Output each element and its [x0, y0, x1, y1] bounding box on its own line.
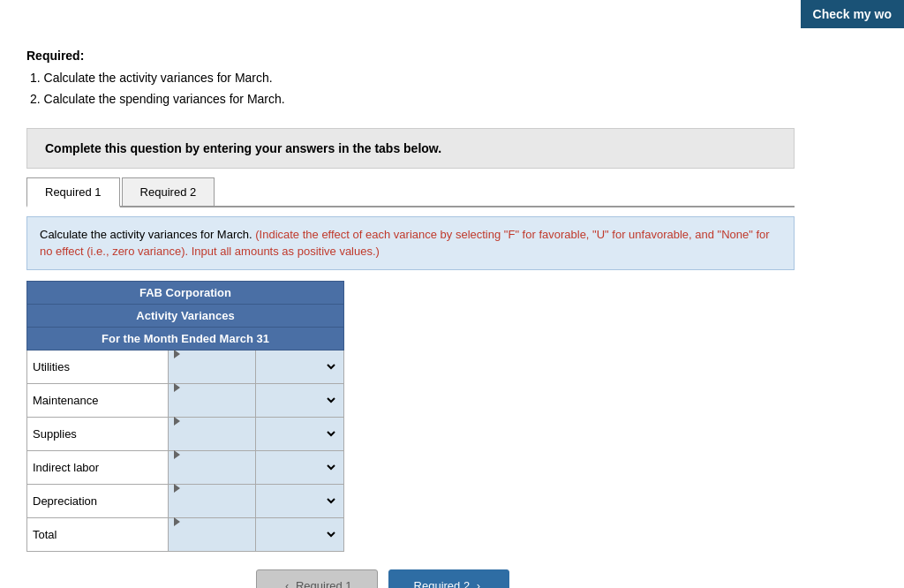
arrow-icon — [174, 350, 180, 358]
input-maintenance-value[interactable] — [174, 393, 251, 420]
table-row: Maintenance F U None — [27, 383, 344, 417]
instruction-box: Complete this question by entering your … — [26, 128, 795, 169]
row-label-supplies: Supplies — [27, 417, 169, 450]
table-row: Utilities F U None — [27, 350, 344, 383]
table-wrapper: FAB Corporation Activity Variances For t… — [26, 281, 344, 552]
prev-button-label: Required 1 — [296, 579, 352, 588]
arrow-icon — [174, 517, 180, 526]
row-select-supplies[interactable]: F U None — [256, 417, 344, 450]
row-select-depreciation[interactable]: F U None — [256, 484, 344, 517]
row-input-total[interactable] — [168, 517, 256, 551]
select-depreciation-effect[interactable]: F U None — [261, 494, 338, 508]
input-indirect-labor-value[interactable] — [174, 460, 251, 487]
table-title-3: For the Month Ended March 31 — [27, 327, 344, 350]
next-button[interactable]: Required 2 › — [388, 569, 510, 588]
input-supplies-value[interactable] — [174, 426, 251, 454]
nav-buttons: ‹ Required 1 Required 2 › — [26, 569, 878, 588]
table-title-1: FAB Corporation — [27, 281, 344, 304]
table-row: Indirect labor F U None — [27, 450, 344, 484]
arrow-icon — [174, 383, 180, 392]
chevron-right-icon: › — [477, 579, 480, 588]
row-label-depreciation: Depreciation — [27, 484, 169, 517]
select-maintenance-effect[interactable]: F U None — [261, 393, 338, 407]
instruction-text: Complete this question by entering your … — [45, 141, 441, 155]
table-row: Depreciation F U None — [27, 484, 344, 517]
row-select-indirect-labor[interactable]: F U None — [256, 450, 344, 484]
arrow-icon — [174, 450, 180, 459]
fab-table: FAB Corporation Activity Variances For t… — [26, 281, 344, 552]
row-input-maintenance[interactable] — [168, 383, 256, 417]
required-item-1: 1. Calculate the activity variances for … — [30, 68, 878, 89]
table-header-row-1: FAB Corporation — [27, 281, 344, 304]
arrow-icon — [174, 417, 180, 426]
row-label-utilities: Utilities — [27, 350, 169, 383]
tabs-container: Required 1 Required 2 — [26, 177, 795, 207]
table-row: Total F U None — [27, 517, 344, 551]
check-my-work-label: Check my wo — [813, 7, 892, 21]
select-indirect-labor-effect[interactable]: F U None — [261, 460, 338, 474]
tab-required-2[interactable]: Required 2 — [122, 177, 215, 206]
required-list: 1. Calculate the activity variances for … — [30, 68, 878, 110]
next-button-label: Required 2 — [414, 579, 471, 588]
info-box: Calculate the activity variances for Mar… — [26, 216, 795, 270]
row-label-total: Total — [27, 517, 169, 551]
select-total-effect[interactable]: F U None — [261, 527, 338, 541]
row-label-indirect-labor: Indirect labor — [27, 450, 169, 484]
table-header-row-2: Activity Variances — [27, 304, 344, 327]
row-input-indirect-labor[interactable] — [168, 450, 256, 484]
row-select-total[interactable]: F U None — [256, 517, 344, 551]
chevron-left-icon: ‹ — [285, 579, 289, 588]
table-header-row-3: For the Month Ended March 31 — [27, 327, 344, 350]
input-depreciation-value[interactable] — [174, 494, 251, 521]
arrow-icon — [174, 484, 180, 493]
required-item-2: 2. Calculate the spending variances for … — [30, 89, 878, 110]
required-header: Required: — [26, 49, 878, 63]
table-title-2: Activity Variances — [27, 304, 344, 327]
tab-required-1[interactable]: Required 1 — [26, 177, 120, 207]
tabs-row: Required 1 Required 2 — [26, 177, 795, 207]
row-input-depreciation[interactable] — [168, 484, 256, 517]
select-supplies-effect[interactable]: F U None — [261, 426, 338, 441]
info-black-text: Calculate the activity variances for Mar… — [40, 228, 252, 241]
top-bar[interactable]: Check my wo — [801, 0, 904, 28]
select-utilities-effect[interactable]: F U None — [261, 359, 338, 373]
row-select-maintenance[interactable]: F U None — [256, 383, 344, 417]
row-label-maintenance: Maintenance — [27, 383, 169, 417]
row-input-supplies[interactable] — [168, 417, 256, 450]
table-row: Supplies F U None — [27, 417, 344, 450]
row-select-utilities[interactable]: F U None — [256, 350, 344, 383]
row-input-utilities[interactable] — [168, 350, 256, 383]
prev-button[interactable]: ‹ Required 1 — [256, 569, 378, 588]
input-utilities-value[interactable] — [174, 359, 251, 387]
input-total-value[interactable] — [174, 527, 251, 554]
